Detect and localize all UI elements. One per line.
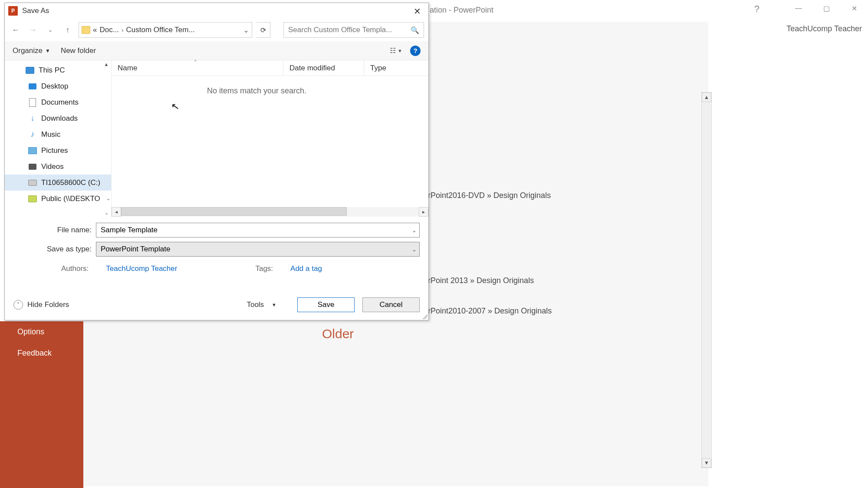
breadcrumb-seg1[interactable]: Doc... [99, 26, 118, 34]
column-header-type[interactable]: Type [364, 60, 428, 76]
column-header-date[interactable]: Date modified [283, 60, 364, 76]
tree-label: Documents [41, 98, 79, 107]
maximize-button[interactable]: ▢ [812, 0, 840, 16]
search-box[interactable]: 🔍 [283, 22, 424, 38]
chevron-down-icon: ▼ [272, 302, 276, 307]
older-heading: Older [322, 326, 354, 341]
tree-label: This PC [39, 66, 65, 75]
content-scrollbar[interactable]: ▲ ▼ [701, 92, 712, 468]
signed-in-user[interactable]: TeachUcomp Teacher [786, 24, 862, 33]
organize-label: Organize [13, 46, 43, 55]
sidebar-item-options[interactable]: Options [0, 321, 83, 343]
nav-up-button[interactable]: ↑ [61, 23, 74, 36]
chevron-down-icon[interactable]: ⌄ [412, 227, 417, 234]
filename-label: File name: [13, 226, 96, 234]
breadcrumb-seg2[interactable]: Custom Office Tem... [126, 26, 195, 34]
nav-back-button[interactable]: ← [9, 23, 22, 36]
tree-item-documents[interactable]: Documents [5, 94, 111, 110]
cancel-button[interactable]: Cancel [362, 297, 420, 312]
column-header-row: Name ˄ Date modified Type [112, 60, 428, 76]
tree-item-desktop[interactable]: Desktop [5, 78, 111, 94]
download-icon [28, 115, 37, 122]
scroll-left-icon[interactable]: ◂ [112, 207, 121, 217]
dialog-fields: File name: ⌄ Save as type: PowerPoint Te… [5, 217, 428, 257]
tree-item-cdrive[interactable]: TI10658600C (C:) [5, 175, 111, 191]
drive-icon [28, 179, 37, 187]
savetype-select[interactable]: PowerPoint Template ⌄ [96, 242, 420, 257]
dialog-close-button[interactable]: ✕ [408, 5, 426, 18]
tree-label: Videos [41, 162, 64, 171]
tree-label: TI10658600C (C:) [41, 178, 100, 187]
dialog-nav: ← → ⌄ ↑ « Doc... › Custom Office Tem... … [5, 19, 428, 41]
dialog-help-button[interactable]: ? [410, 46, 421, 56]
nav-forward-button[interactable]: → [26, 23, 39, 36]
backstage-sidebar: Options Feedback [0, 321, 83, 488]
pictures-icon [28, 147, 37, 155]
tags-value[interactable]: Add a tag [290, 264, 322, 273]
powerpoint-app-icon: P [8, 6, 18, 16]
hide-folders-button[interactable]: ˄ Hide Folders [13, 300, 69, 310]
savetype-label: Save as type: [13, 245, 96, 254]
chevron-down-icon[interactable]: ⌄ [412, 246, 417, 253]
breadcrumb-chevrons: « [93, 26, 97, 34]
nav-recent-dropdown[interactable]: ⌄ [44, 23, 57, 36]
dialog-body: ▲ This PC Desktop Documents Downloads Mu… [5, 60, 428, 217]
tree-item-network-share[interactable]: Public (\\DESKTO⌄ [5, 191, 111, 207]
organize-menu[interactable]: Organize ▼ [13, 46, 50, 55]
tree-item-pictures[interactable]: Pictures [5, 142, 111, 158]
dialog-toolbar: Organize ▼ New folder ☷ ▼ ? [5, 41, 428, 60]
chevron-down-icon: ⌄ [106, 196, 110, 201]
breadcrumb-dropdown-icon[interactable]: ⌄ [243, 26, 249, 35]
folder-tree[interactable]: ▲ This PC Desktop Documents Downloads Mu… [5, 60, 112, 217]
savetype-value: PowerPoint Template [101, 245, 170, 254]
search-icon[interactable]: 🔍 [411, 26, 419, 34]
tree-scroll-down-icon[interactable]: ⌄ [102, 209, 110, 217]
authors-label: Authors: [61, 264, 89, 273]
new-folder-button[interactable]: New folder [61, 46, 96, 55]
metadata-row: Authors: TeachUcomp Teacher Tags: Add a … [5, 261, 428, 273]
breadcrumb[interactable]: « Doc... › Custom Office Tem... ⌄ [79, 22, 252, 38]
network-drive-icon [28, 195, 37, 203]
scroll-up-icon[interactable]: ▲ [702, 92, 711, 102]
chevron-down-icon: ▼ [398, 48, 402, 53]
desktop-icon [28, 82, 37, 90]
tags-label: Tags: [255, 264, 273, 273]
scroll-right-icon[interactable]: ▸ [419, 207, 428, 217]
column-header-name[interactable]: Name ˄ [112, 60, 283, 76]
recent-path-3[interactable]: rPoint2010-2007 » Design Originals [428, 307, 552, 316]
minimize-button[interactable]: — [785, 0, 812, 16]
document-icon [28, 99, 37, 106]
search-input[interactable] [288, 26, 411, 34]
help-button[interactable]: ? [754, 3, 760, 15]
scroll-track[interactable] [121, 207, 419, 217]
tree-item-downloads[interactable]: Downloads [5, 110, 111, 126]
authors-value[interactable]: TeachUcomp Teacher [106, 264, 177, 273]
folder-icon [82, 26, 90, 34]
filename-field[interactable] [101, 226, 415, 234]
refresh-button[interactable]: ⟳ [256, 22, 270, 38]
tree-item-videos[interactable]: Videos [5, 158, 111, 175]
recent-path-1[interactable]: rPoint2016-DVD » Design Originals [428, 191, 551, 200]
file-list[interactable]: Name ˄ Date modified Type No items match… [112, 60, 428, 217]
recent-path-2[interactable]: rPoint 2013 » Design Originals [428, 276, 534, 285]
resize-grip-icon[interactable] [421, 313, 427, 319]
tree-item-music[interactable]: Music [5, 126, 111, 142]
scroll-down-icon[interactable]: ▼ [702, 458, 711, 468]
tools-menu[interactable]: Tools ▼ [247, 300, 276, 309]
sort-ascending-icon: ˄ [194, 59, 197, 66]
tree-label: Desktop [41, 82, 68, 91]
collapse-icon: ˄ [13, 300, 23, 310]
empty-list-message: No items match your search. [207, 86, 306, 96]
filename-input[interactable]: ⌄ [96, 223, 420, 237]
dialog-titlebar: P Save As ✕ [5, 3, 428, 19]
close-button[interactable]: ✕ [840, 0, 868, 16]
hide-folders-label: Hide Folders [27, 300, 69, 309]
save-button[interactable]: Save [297, 297, 355, 312]
tree-item-thispc[interactable]: This PC [5, 62, 111, 78]
horizontal-scrollbar[interactable]: ◂ ▸ [112, 207, 428, 217]
scroll-thumb[interactable] [121, 207, 347, 216]
sidebar-item-feedback[interactable]: Feedback [0, 343, 83, 364]
music-icon [28, 131, 37, 138]
view-options-button[interactable]: ☷ ▼ [390, 46, 402, 55]
pp-title: ation - PowerPoint [430, 6, 493, 15]
